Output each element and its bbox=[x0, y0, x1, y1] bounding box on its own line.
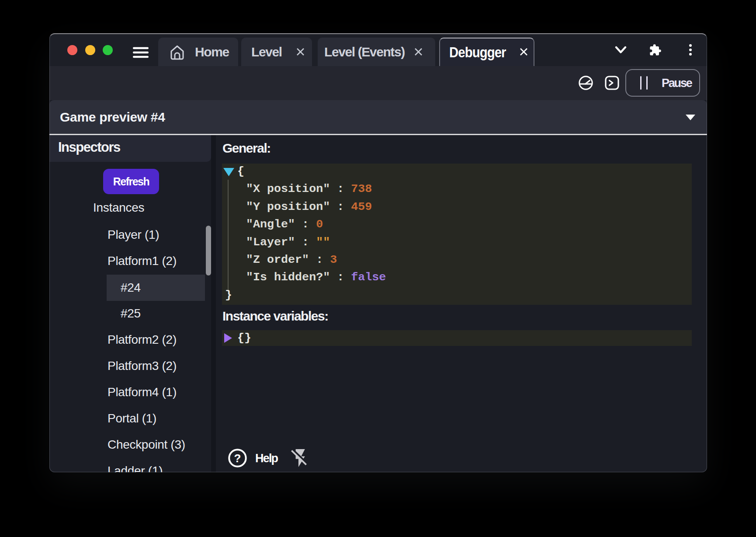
svg-text:?: ? bbox=[234, 452, 241, 465]
